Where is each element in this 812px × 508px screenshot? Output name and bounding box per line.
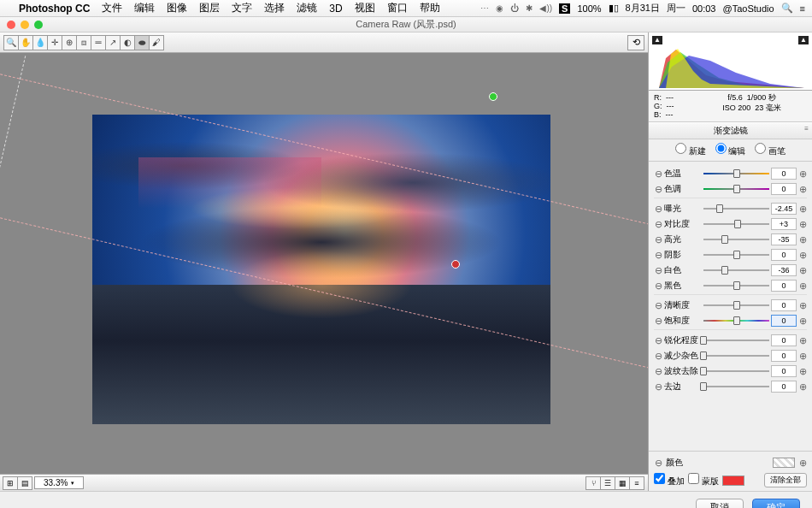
sb-icon[interactable]: ≡ [629,476,644,490]
highlight-clip-icon[interactable]: ▲ [798,36,809,44]
menu-window[interactable]: 窗口 [387,1,408,15]
menu-file[interactable]: 文件 [102,1,122,15]
slider-value[interactable]: 0 [771,334,797,346]
date[interactable]: 8月31日 [626,2,660,15]
plus-icon[interactable]: ⊕ [798,382,807,392]
shadow-clip-icon[interactable]: ▲ [652,36,662,44]
minus-icon[interactable]: ⊖ [654,316,662,326]
status-icon[interactable]: ⋯ [480,3,489,13]
plus-icon[interactable]: ⊕ [798,220,807,229]
histogram[interactable]: ▲ ▲ [649,32,812,91]
battery-icon[interactable]: ▮▯ [609,3,619,14]
spotlight-icon[interactable]: 🔍 [781,3,793,14]
sb-icon[interactable]: ☰ [600,476,615,490]
slider-value[interactable]: 0 [771,350,797,362]
slider-track[interactable] [703,173,769,174]
slider-value[interactable]: 0 [771,381,797,393]
grid-button[interactable]: ⊞ [3,476,18,490]
image-canvas[interactable] [0,53,648,474]
status-icon[interactable]: ✱ [526,3,533,13]
menu-layer[interactable]: 图层 [199,1,220,15]
tool-ellipse[interactable]: ⬬ [134,35,150,50]
status-icon[interactable]: ◉ [496,3,503,13]
zoom-window-button[interactable] [34,21,43,29]
tool-crop[interactable]: ⧈ [76,35,91,50]
slider-track[interactable] [703,269,769,271]
minimize-window-button[interactable] [21,21,29,29]
slider-value[interactable]: 0 [771,168,797,180]
status-icon[interactable]: ⏻ [510,3,519,13]
minus-icon[interactable]: ⊖ [654,301,662,310]
plus-icon[interactable]: ⊕ [798,281,807,291]
minus-icon[interactable]: ⊖ [654,220,662,229]
panel-menu-icon[interactable]: ≡ [804,125,809,133]
slider-value[interactable]: -36 [771,264,797,276]
slider-track[interactable] [703,355,769,357]
minus-icon[interactable]: ⊖ [654,169,662,179]
mask-checkbox[interactable]: 蒙版 [688,473,719,487]
plus-icon[interactable]: ⊕ [798,169,807,179]
menu-view[interactable]: 视图 [355,1,375,15]
minus-icon[interactable]: ⊖ [654,336,662,346]
volume-icon[interactable]: ◀)) [539,3,552,13]
sb-icon[interactable]: ⑂ [585,476,601,490]
slider-value[interactable]: +3 [771,218,797,230]
slider-track[interactable] [703,254,769,256]
minus-icon[interactable]: ⊖ [654,185,662,194]
menu-image[interactable]: 图像 [167,1,187,15]
tool-redeye[interactable]: ◐ [120,35,135,50]
status-icon[interactable]: S [559,3,570,14]
minus-icon[interactable]: ⊖ [654,266,662,275]
sb-icon[interactable]: ▦ [615,476,630,490]
slider-value[interactable]: 0 [771,365,797,377]
gradient-handle-start[interactable] [489,92,497,101]
zoom-level[interactable]: 33.3%▾ [34,476,84,489]
tool-target[interactable]: ⊕ [62,35,77,50]
plus-icon[interactable]: ⊕ [798,266,807,275]
slider-value[interactable]: -35 [771,233,797,245]
mode-new[interactable]: 新建 [675,146,706,156]
plus-icon[interactable]: ⊕ [798,251,807,260]
menu-select[interactable]: 选择 [264,1,285,15]
slider-track[interactable] [703,285,769,286]
user-handle[interactable]: @TaoStudio [722,3,774,14]
slider-track[interactable] [703,386,769,387]
gradient-axis[interactable] [0,56,26,273]
slider-track[interactable] [703,370,769,372]
slider-track[interactable] [703,208,769,210]
slider-track[interactable] [703,239,769,240]
gradient-handle-end[interactable] [451,260,460,269]
tool-white-balance[interactable]: 💧 [32,35,48,50]
tool-spot[interactable]: ↗ [105,35,121,50]
mode-edit[interactable]: 编辑 [715,146,746,156]
menu-help[interactable]: 帮助 [420,1,440,15]
rotate-button[interactable]: ⟲ [627,35,644,50]
notifications-icon[interactable]: ≡ [800,3,805,14]
color-swatch[interactable] [773,458,795,468]
tool-zoom[interactable]: 🔍 [3,35,19,50]
plus-icon[interactable]: ⊕ [798,458,807,468]
slider-value[interactable]: -2.45 [771,203,797,215]
plus-icon[interactable]: ⊕ [798,185,807,194]
slider-track[interactable] [703,223,769,225]
menu-filter[interactable]: 滤镜 [297,1,317,15]
slider-value[interactable]: 0 [771,315,797,327]
menu-3d[interactable]: 3D [329,3,342,15]
tool-hand[interactable]: ✋ [18,35,33,50]
plus-icon[interactable]: ⊕ [798,316,807,326]
plus-icon[interactable]: ⊕ [798,204,807,214]
ok-button[interactable]: 确定 [752,499,800,508]
slider-track[interactable] [703,304,769,306]
tool-color-sampler[interactable]: ✛ [47,35,62,50]
app-name[interactable]: Photoshop CC [19,3,90,15]
tool-brush[interactable]: 🖌 [149,35,164,50]
minus-icon[interactable]: ⊖ [654,281,662,291]
plus-icon[interactable]: ⊕ [798,301,807,310]
overlay-checkbox[interactable]: 叠加 [654,473,685,487]
menu-edit[interactable]: 编辑 [134,1,155,15]
close-window-button[interactable] [7,21,15,29]
plus-icon[interactable]: ⊕ [798,351,807,361]
minus-icon[interactable]: ⊖ [654,251,662,260]
menu-type[interactable]: 文字 [232,1,252,15]
plus-icon[interactable]: ⊕ [798,367,807,376]
